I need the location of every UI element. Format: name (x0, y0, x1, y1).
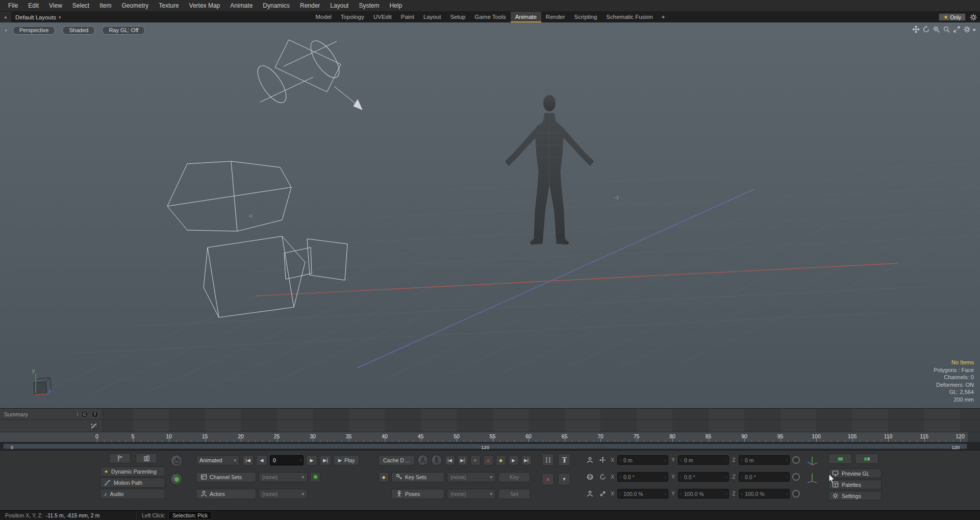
rotation-y-field[interactable]: ‹0.0 °› (678, 472, 729, 482)
poses-button[interactable]: Poses (391, 489, 444, 499)
key-options-button[interactable]: ◆ (379, 472, 389, 482)
menu-render[interactable]: Render (295, 0, 325, 12)
reset-rotation-button[interactable] (792, 473, 800, 481)
settings-button[interactable]: Settings (828, 491, 882, 501)
tab-animate[interactable]: Animate (511, 12, 541, 22)
time-range-scrollbar[interactable]: 0 120 120 (3, 443, 967, 449)
add-tab-button[interactable]: + (658, 12, 669, 22)
position-z-field[interactable]: ‹0 m› (739, 455, 790, 465)
dual-monitor-toggle[interactable] (855, 454, 878, 464)
scale-z-field[interactable]: ‹100.0 %› (739, 489, 790, 499)
menu-select[interactable]: Select (67, 0, 94, 12)
viewport-expand-icon[interactable]: ▸ (973, 27, 976, 32)
tab-uvedit[interactable]: UVEdit (369, 12, 396, 22)
play-button[interactable]: ▶ Play (334, 455, 359, 465)
current-frame-field[interactable]: › (270, 455, 304, 465)
camera-item-wireframe[interactable] (167, 161, 347, 317)
preview-gl-button[interactable]: Preview GL (828, 468, 882, 478)
home-layout-icon[interactable]: ▲ (0, 12, 11, 22)
tab-render[interactable]: Render (541, 12, 570, 22)
menu-geometry[interactable]: Geometry (117, 0, 154, 12)
cache-deformers-button[interactable]: Cache D ... (379, 455, 415, 465)
channel-sets-dropdown[interactable]: (none) ▾ (259, 472, 308, 482)
menu-system[interactable]: System (354, 0, 384, 12)
zoom-icon[interactable] (933, 26, 940, 33)
menu-vertex-map[interactable]: Vertex Map (184, 0, 225, 12)
palettes-button[interactable]: Palettes (828, 480, 882, 489)
rotation-item-icon[interactable] (585, 472, 595, 482)
tab-setup[interactable]: Setup (445, 12, 470, 22)
bake-down-button[interactable]: ▼ (558, 473, 570, 485)
tab-model[interactable]: Model (311, 12, 336, 22)
menu-texture[interactable]: Texture (154, 0, 184, 12)
track-tool-button-a[interactable] (109, 453, 131, 463)
track-view-button[interactable] (558, 454, 570, 466)
previous-key-button[interactable]: |◀ (445, 455, 455, 465)
scale-y-field[interactable]: ‹100.0 %› (678, 489, 729, 499)
timeline-ruler[interactable]: 0510152025303540455055606570758085909510… (0, 432, 980, 442)
view-type-button[interactable]: Perspective (13, 26, 55, 35)
gl-preview-toggle[interactable] (828, 454, 852, 464)
go-to-end-button[interactable]: ▶| (320, 455, 331, 465)
menu-animate[interactable]: Animate (225, 0, 258, 12)
go-to-start-button[interactable]: |◀ (242, 455, 254, 465)
actors-button[interactable]: Actors (196, 489, 256, 499)
record-button[interactable]: ● (483, 455, 493, 465)
tab-paint[interactable]: Paint (396, 12, 419, 22)
reset-scale-button[interactable] (792, 490, 800, 498)
menu-item[interactable]: Item (94, 0, 116, 12)
delete-key-button[interactable]: × (542, 473, 554, 485)
position-y-field[interactable]: ‹0 m› (678, 455, 729, 465)
favorites-only-toggle[interactable]: ★ Only (939, 13, 966, 21)
ray-gl-button[interactable]: Ray GL: Off (102, 26, 145, 35)
step-back-button[interactable]: ◀ (256, 455, 267, 465)
tab-scripting[interactable]: Scripting (570, 12, 602, 22)
rotation-z-field[interactable]: ‹0.0 °› (739, 472, 790, 482)
tab-layout[interactable]: Layout (419, 12, 446, 22)
menu-dynamics[interactable]: Dynamics (258, 0, 295, 12)
actor-pose-button[interactable] (431, 455, 442, 466)
character-badge-button[interactable] (170, 455, 183, 467)
key-button[interactable]: Key (498, 472, 530, 482)
slate-icon[interactable] (90, 423, 98, 429)
position-item-icon[interactable] (585, 455, 595, 465)
move-tool-icon[interactable] (597, 455, 608, 465)
shading-mode-button[interactable]: Shaded (62, 26, 95, 35)
scale-x-field[interactable]: ‹100.0 %› (617, 489, 668, 499)
set-pose-button[interactable]: Set (498, 489, 530, 499)
key-sets-button[interactable]: Key Sets (391, 472, 444, 482)
menu-layout[interactable]: Layout (325, 0, 354, 12)
pan-icon[interactable] (912, 26, 920, 33)
tab-game-tools[interactable]: Game Tools (470, 12, 511, 22)
menu-help[interactable]: Help (384, 0, 407, 12)
track-info-button[interactable]: i (77, 411, 78, 417)
motion-path-button[interactable]: Motion Path (100, 478, 165, 488)
tab-schematic-fusion[interactable]: Schematic Fusion (601, 12, 657, 22)
menu-file[interactable]: File (3, 0, 23, 12)
actor-item-button[interactable] (417, 455, 429, 466)
viewport-thumb-icon[interactable] (4, 29, 8, 32)
menu-view[interactable]: View (44, 0, 67, 12)
audio-button[interactable]: ♪ Audio (100, 489, 165, 499)
maximize-icon[interactable] (953, 26, 961, 33)
axis-lock-button[interactable] (806, 472, 818, 484)
track-filter-button[interactable]: f (91, 411, 98, 418)
gear-icon[interactable] (970, 14, 977, 21)
tab-topology[interactable]: Topology (336, 12, 369, 22)
add-keyframe-button[interactable]: ◆ (496, 455, 506, 465)
dynamic-parenting-button[interactable]: ★ Dynamic Parenting (100, 466, 165, 477)
default-layouts-dropdown[interactable]: Default Layouts ▾ (15, 14, 61, 20)
work-plane-button[interactable] (806, 455, 818, 467)
timeline-keyframe-area[interactable] (103, 420, 980, 432)
character-mesh[interactable] (505, 95, 594, 245)
orbit-icon[interactable] (922, 26, 930, 33)
position-x-field[interactable]: ‹0 m› (617, 455, 668, 465)
viewport-gear-icon[interactable] (963, 26, 971, 33)
timeline-track-area[interactable] (103, 409, 980, 419)
step-forward-button[interactable]: ▶ (306, 455, 317, 465)
current-frame-input[interactable] (270, 457, 298, 463)
rotate-tool-icon[interactable] (597, 472, 608, 482)
frame-spinner-icon[interactable]: › (298, 458, 303, 463)
channel-set-enable-button[interactable] (310, 472, 320, 482)
actors-dropdown[interactable]: (none) ▾ (259, 489, 308, 499)
